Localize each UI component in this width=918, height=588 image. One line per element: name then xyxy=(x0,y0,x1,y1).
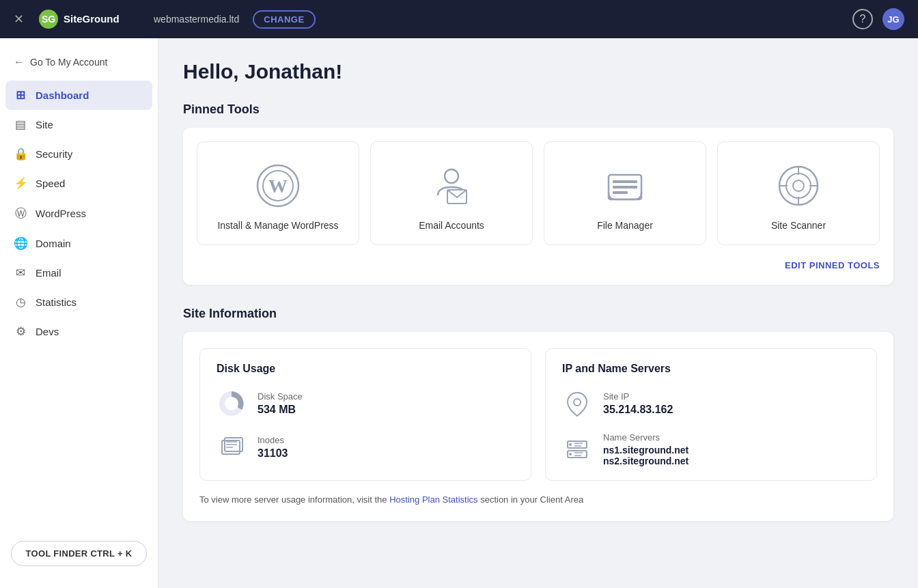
topnav-right: ? JG xyxy=(852,8,904,30)
disk-space-value: 534 MB xyxy=(258,404,303,416)
site-icon: ▤ xyxy=(14,117,27,132)
name-server-1: ns1.siteground.net xyxy=(603,445,688,456)
hosting-plan-note: To view more server usage information, v… xyxy=(199,494,877,505)
devs-icon: ⚙ xyxy=(14,324,27,339)
site-scanner-tool-icon xyxy=(774,161,823,210)
pinned-tools-grid: W Install & Manage WordPress xyxy=(197,141,880,245)
tool-card-wordpress[interactable]: W Install & Manage WordPress xyxy=(197,141,359,245)
user-avatar[interactable]: JG xyxy=(882,8,904,30)
wordpress-tool-icon: W xyxy=(253,161,303,210)
svg-rect-10 xyxy=(613,186,637,188)
name-servers-row: Name Servers ns1.siteground.net ns2.site… xyxy=(562,432,860,466)
logo: SG SiteGround xyxy=(38,8,133,30)
tool-card-email-label: Email Accounts xyxy=(419,220,484,231)
svg-text:SiteGround: SiteGround xyxy=(64,13,120,25)
sidebar-item-wordpress[interactable]: Ⓦ WordPress xyxy=(0,198,158,229)
page-title: Hello, Jonathan! xyxy=(183,60,893,83)
help-button[interactable]: ? xyxy=(852,9,873,29)
disk-space-label: Disk Space xyxy=(258,391,303,402)
siteground-logo-svg: SG SiteGround xyxy=(38,8,133,30)
tool-card-file-manager[interactable]: File Manager xyxy=(544,141,706,245)
pinned-tools-container: W Install & Manage WordPress xyxy=(183,128,893,285)
sidebar-item-label-statistics: Statistics xyxy=(36,296,76,308)
file-manager-tool-icon xyxy=(600,161,650,210)
main-content: Hello, Jonathan! Pinned Tools W Install … xyxy=(158,38,918,588)
sidebar-item-label-site: Site xyxy=(36,119,53,130)
domain-label: webmastermedia.ltd xyxy=(154,14,239,25)
svg-point-14 xyxy=(793,180,804,191)
wordpress-icon: Ⓦ xyxy=(14,206,27,221)
hosting-plan-statistics-link[interactable]: Hosting Plan Statistics xyxy=(389,494,477,505)
disk-space-row: Disk Space 534 MB xyxy=(217,389,514,419)
tool-card-site-scanner[interactable]: Site Scanner xyxy=(717,141,880,245)
edit-pinned-section: EDIT PINNED TOOLS xyxy=(197,259,880,271)
svg-rect-9 xyxy=(613,180,637,183)
svg-point-30 xyxy=(569,453,572,456)
disk-usage-title: Disk Usage xyxy=(217,363,514,375)
sidebar-item-domain[interactable]: 🌐 Domain xyxy=(0,229,158,258)
top-navigation: ✕ SG SiteGround webmastermedia.ltd CHANG… xyxy=(0,0,918,38)
sidebar-item-label-dashboard: Dashboard xyxy=(36,89,89,101)
site-info-grid: Disk Usage Disk Space 5 xyxy=(199,348,877,481)
sidebar-item-label-devs: Devs xyxy=(36,326,59,337)
domain-icon: 🌐 xyxy=(14,236,27,251)
help-icon: ? xyxy=(860,13,866,25)
change-button[interactable]: CHANGE xyxy=(253,10,315,29)
svg-point-26 xyxy=(574,399,581,406)
site-info-container: Disk Usage Disk Space 5 xyxy=(183,332,893,521)
sidebar-item-statistics[interactable]: ◷ Statistics xyxy=(0,288,158,317)
email-accounts-tool-icon xyxy=(427,161,476,210)
close-icon[interactable]: ✕ xyxy=(14,12,24,27)
back-arrow-icon: ← xyxy=(14,56,25,68)
name-servers-label: Name Servers xyxy=(603,432,688,443)
svg-point-20 xyxy=(225,397,238,410)
inodes-label: Inodes xyxy=(258,435,288,445)
email-icon: ✉ xyxy=(14,266,27,280)
edit-pinned-tools-link[interactable]: EDIT PINNED TOOLS xyxy=(785,260,880,270)
sidebar-item-dashboard[interactable]: ⊞ Dashboard xyxy=(5,81,152,110)
sidebar-item-label-domain: Domain xyxy=(36,238,71,249)
site-ip-icon xyxy=(562,389,592,419)
site-ip-value: 35.214.83.162 xyxy=(603,404,673,416)
sidebar-item-security[interactable]: 🔒 Security xyxy=(0,139,158,169)
inodes-icon xyxy=(217,432,247,462)
avatar-initials: JG xyxy=(887,14,899,25)
svg-point-6 xyxy=(445,169,458,183)
security-icon: 🔒 xyxy=(14,147,27,161)
sidebar-item-email[interactable]: ✉ Email xyxy=(0,258,158,288)
svg-text:SG: SG xyxy=(42,14,55,25)
inodes-row: Inodes 31103 xyxy=(217,432,514,462)
speed-icon: ⚡ xyxy=(14,176,27,191)
tool-card-scanner-label: Site Scanner xyxy=(771,220,826,231)
pinned-tools-title: Pinned Tools xyxy=(183,102,893,117)
sidebar: ← Go To My Account ⊞ Dashboard ▤ Site 🔒 … xyxy=(0,38,158,588)
inodes-value: 31103 xyxy=(258,447,288,460)
svg-point-29 xyxy=(569,443,572,446)
hosting-plan-note-text: To view more server usage information, v… xyxy=(199,494,387,505)
sidebar-item-devs[interactable]: ⚙ Devs xyxy=(0,317,158,346)
ip-name-servers-title: IP and Name Servers xyxy=(562,363,860,375)
svg-rect-11 xyxy=(613,191,628,194)
site-ip-text: Site IP 35.214.83.162 xyxy=(603,391,673,416)
name-server-2: ns2.siteground.net xyxy=(603,456,688,466)
sidebar-item-speed[interactable]: ⚡ Speed xyxy=(0,169,158,198)
tool-card-wordpress-label: Install & Manage WordPress xyxy=(217,220,338,231)
tool-card-email-accounts[interactable]: Email Accounts xyxy=(370,141,533,245)
hosting-plan-note-end: section in your Client Area xyxy=(480,494,583,505)
go-to-account-link[interactable]: ← Go To My Account xyxy=(0,49,158,75)
tool-card-file-label: File Manager xyxy=(597,220,653,231)
site-ip-label: Site IP xyxy=(603,391,673,402)
name-servers-text: Name Servers ns1.siteground.net ns2.site… xyxy=(603,432,688,466)
statistics-icon: ◷ xyxy=(14,295,27,309)
svg-text:W: W xyxy=(268,176,288,197)
sidebar-item-site[interactable]: ▤ Site xyxy=(0,110,158,139)
disk-space-text: Disk Space 534 MB xyxy=(258,391,303,416)
ip-name-servers-card: IP and Name Servers Site IP 35.214.83.16 xyxy=(545,348,877,481)
sidebar-item-label-wordpress: WordPress xyxy=(36,208,86,219)
disk-space-icon xyxy=(217,389,247,419)
dashboard-icon: ⊞ xyxy=(14,88,27,102)
inodes-text: Inodes 31103 xyxy=(258,435,288,460)
site-ip-row: Site IP 35.214.83.162 xyxy=(562,389,860,419)
tool-finder-button[interactable]: TOOL FINDER CTRL + K xyxy=(11,541,147,566)
disk-usage-card: Disk Usage Disk Space 5 xyxy=(199,348,531,481)
